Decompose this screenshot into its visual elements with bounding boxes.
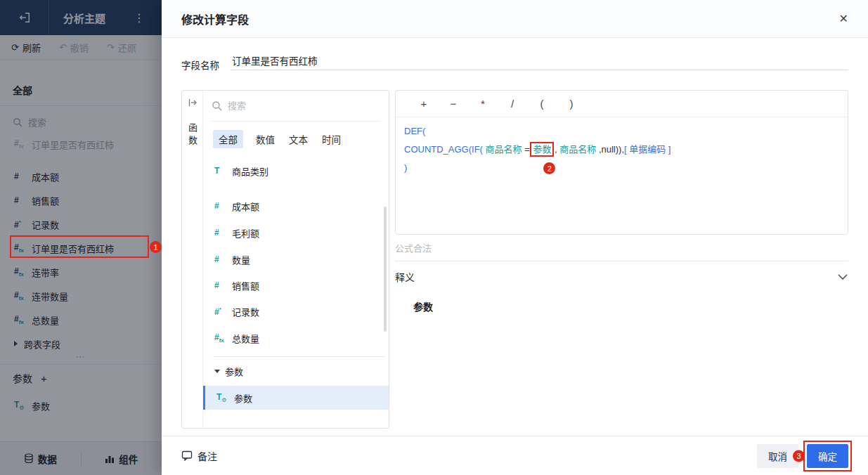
formula-line: ): [404, 159, 839, 177]
formula-line: DEF(: [404, 122, 839, 141]
dialog-footer: 备注 取消 3 确定: [162, 436, 868, 475]
list-item[interactable]: # 销售额: [203, 275, 383, 295]
record-count-icon: #*: [214, 306, 226, 317]
formula-panel: + − * / ( ) DEF(COUNTD_AGG(IF( 商品名称 = 参数…: [395, 90, 848, 313]
dialog-header: 修改计算字段 ✕: [162, 0, 868, 38]
formula-token: =: [522, 144, 533, 155]
measure-icon: #: [214, 228, 226, 238]
annotation-badge-3: 3: [793, 450, 805, 462]
explain-section-header: 释义: [395, 270, 848, 284]
list-item[interactable]: # 数量: [203, 249, 383, 269]
explain-label: 释义: [395, 270, 415, 284]
annotation-badge-1: 1: [150, 241, 162, 253]
field-name-input[interactable]: [231, 51, 848, 70]
tab-all[interactable]: 全部: [213, 130, 243, 148]
formula-editor[interactable]: DEF(COUNTD_AGG(IF( 商品名称 = 参数2 , 商品名称 ,nu…: [396, 117, 848, 234]
annotation-box-2: 参数2: [532, 144, 552, 155]
app-window: 分析主题 ⋮ ⟳刷新 ↶撤销 ↷还原 全部 #fx 订单里是否有西红柿 # 成本…: [0, 0, 868, 475]
params-group-header[interactable]: 参数: [214, 365, 243, 378]
item-label: 记录数: [232, 305, 259, 318]
dialog-title: 修改计算字段: [181, 11, 249, 27]
comment-icon: [181, 450, 193, 461]
chevron-down-icon: [214, 370, 220, 373]
operator-toolbar: + − * / ( ): [396, 91, 848, 117]
item-label: 毛利额: [232, 226, 259, 240]
scrollbar-thumb[interactable]: [384, 207, 387, 332]
formula-status: 公式合法: [395, 241, 848, 254]
formula-token: COUNTD_AGG(IF(: [404, 144, 483, 155]
item-label: 总数量: [232, 332, 259, 345]
formula-token: DEF(: [404, 126, 425, 136]
panel-side-strip: 函数: [182, 91, 203, 428]
collapse-panel-icon[interactable]: [188, 98, 197, 108]
tab-functions[interactable]: 函数: [186, 123, 199, 148]
measure-icon: #: [214, 201, 226, 211]
formula-line: COUNTD_AGG(IF( 商品名称 = 参数2 , 商品名称 ,null))…: [404, 141, 839, 159]
close-icon[interactable]: ✕: [839, 12, 848, 25]
item-label: 参数: [234, 391, 252, 405]
minus-operator-button[interactable]: −: [449, 98, 458, 110]
explain-content: 参数: [413, 299, 848, 313]
parameter-icon: T⚙: [216, 392, 228, 403]
cancel-button-wrap: 取消 3: [757, 444, 798, 468]
field-name-label: 字段名称: [181, 58, 219, 72]
divider: [213, 356, 384, 357]
panel-search[interactable]: [212, 91, 380, 122]
note-label: 备注: [197, 449, 217, 463]
item-label: 数量: [232, 253, 250, 266]
formula-token: ,null)),: [596, 144, 624, 155]
item-label: 商品类别: [232, 164, 268, 178]
text-field-icon: T: [214, 166, 226, 176]
list-item[interactable]: #* 记录数: [203, 301, 383, 321]
note-button[interactable]: 备注: [181, 449, 217, 463]
formula-token: ,: [552, 144, 559, 155]
list-item[interactable]: # 成本额: [203, 196, 383, 216]
category-tabs: 全部 数值 文本 时间: [213, 130, 384, 148]
formula-box: + − * / ( ) DEF(COUNTD_AGG(IF( 商品名称 = 参数…: [395, 90, 848, 235]
item-label: 销售额: [232, 279, 259, 292]
divider: [395, 261, 848, 261]
list-item[interactable]: T 商品类别: [203, 161, 383, 181]
tab-text[interactable]: 文本: [287, 130, 309, 148]
formula-token: [ 单据编码 ]: [624, 144, 671, 155]
open-paren-button[interactable]: (: [538, 98, 546, 110]
plus-operator-button[interactable]: +: [420, 98, 428, 110]
list-item[interactable]: #fx 总数量: [203, 328, 383, 348]
multiply-operator-button[interactable]: *: [479, 98, 487, 110]
formula-field-token: 参数: [533, 144, 551, 155]
ok-button-wrap: 确定: [807, 444, 848, 468]
item-label: 成本额: [232, 200, 259, 213]
modal-overlay[interactable]: [0, 0, 162, 475]
divide-operator-button[interactable]: /: [508, 98, 517, 110]
list-item[interactable]: # 毛利额: [203, 223, 383, 242]
measure-fx-icon: #fx: [214, 332, 226, 344]
edit-calc-field-dialog: 修改计算字段 ✕ 字段名称 函数 全部: [162, 0, 868, 475]
chevron-down-icon[interactable]: [837, 273, 848, 281]
tab-numeric[interactable]: 数值: [254, 130, 276, 148]
close-paren-button[interactable]: ): [567, 98, 576, 110]
measure-icon: #: [214, 280, 226, 290]
formula-token: ): [404, 162, 407, 173]
measure-icon: #: [214, 254, 226, 264]
panel-content: 全部 数值 文本 时间 T 商品类别 # 成本额 # 毛利额: [203, 91, 389, 428]
footer-buttons: 取消 3 确定: [757, 444, 848, 468]
panel-search-input[interactable]: [228, 100, 380, 111]
formula-field-token: 商品名称: [559, 144, 596, 155]
param-item-selected[interactable]: T⚙ 参数: [203, 386, 389, 410]
search-icon: [212, 100, 222, 111]
formula-field-token: 商品名称: [486, 144, 522, 155]
group-label: 参数: [225, 365, 243, 378]
tab-time[interactable]: 时间: [320, 130, 342, 148]
function-panel: 函数 全部 数值 文本 时间 T 商品类别: [181, 90, 389, 429]
ok-button[interactable]: 确定: [807, 444, 848, 468]
